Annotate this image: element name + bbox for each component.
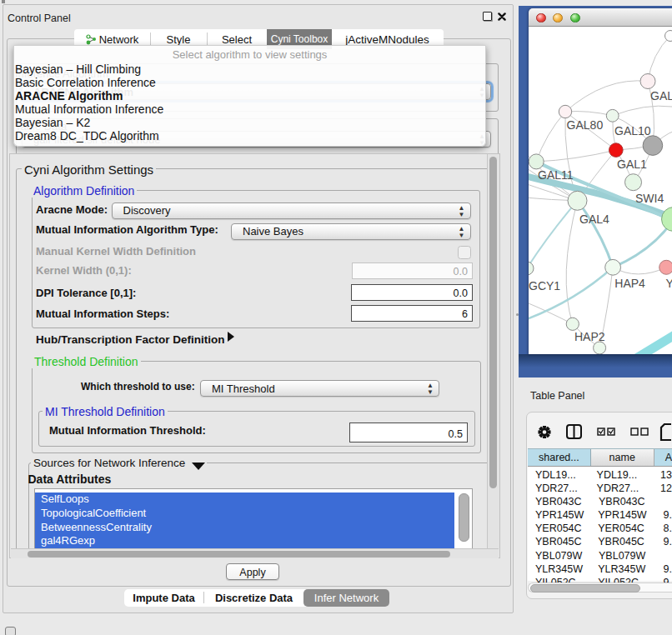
svg-text:GAL10: GAL10 [614, 124, 651, 138]
svg-text:GCY1: GCY1 [529, 279, 560, 292]
svg-text:GAL1: GAL1 [617, 158, 647, 171]
svg-text:HAP2: HAP2 [574, 330, 605, 343]
svg-text:GAL7: GAL7 [650, 89, 672, 102]
svg-text:GAL4: GAL4 [579, 212, 609, 226]
svg-text:YD: YD [666, 277, 672, 290]
svg-text:HAP4: HAP4 [614, 277, 645, 290]
svg-text:SWI4: SWI4 [635, 192, 664, 205]
svg-text:GAL11: GAL11 [538, 168, 574, 182]
svg-text:GAL80: GAL80 [567, 118, 604, 132]
